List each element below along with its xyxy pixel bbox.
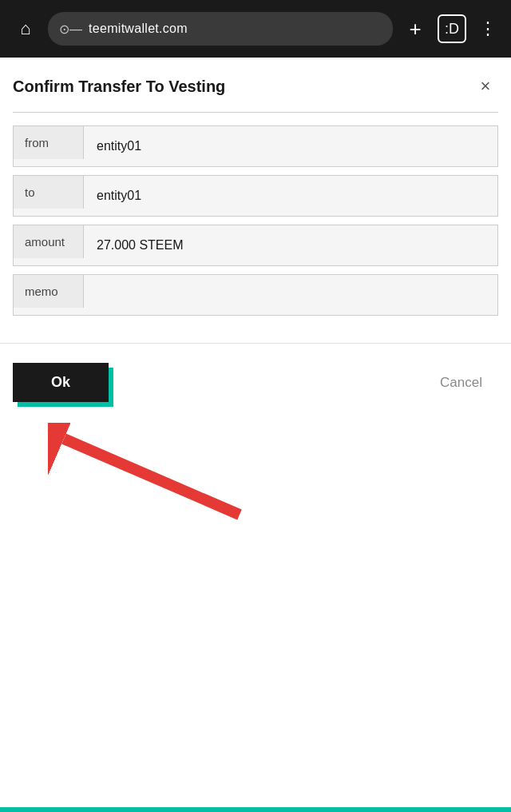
dialog-header: Confirm Transfer To Vesting ×	[13, 74, 498, 99]
menu-icon[interactable]: ⋮	[476, 18, 498, 39]
svg-line-1	[64, 439, 240, 515]
memo-row: memo	[13, 274, 498, 316]
red-arrow-icon	[48, 423, 256, 527]
close-button[interactable]: ×	[473, 74, 498, 99]
memo-label: memo	[14, 275, 84, 308]
memo-value	[84, 285, 497, 304]
amount-value: 27.000 STEEM	[84, 229, 497, 262]
bottom-bar	[0, 807, 511, 812]
from-row: from entity01	[13, 125, 498, 167]
dialog-title: Confirm Transfer To Vesting	[13, 78, 225, 96]
cancel-button[interactable]: Cancel	[424, 364, 498, 402]
from-value: entity01	[84, 129, 497, 163]
amount-row: amount 27.000 STEEM	[13, 225, 498, 266]
tab-switcher-icon[interactable]: :D	[438, 14, 466, 43]
tab-label: :D	[445, 21, 459, 38]
address-bar[interactable]: ⊙— teemitwallet.com	[48, 12, 393, 46]
address-text: teemitwallet.com	[89, 22, 188, 36]
button-row: Ok Cancel	[0, 344, 511, 415]
ok-button-wrapper: Ok	[13, 363, 109, 402]
browser-toolbar: ⌂ ⊙— teemitwallet.com + :D ⋮	[0, 0, 511, 58]
to-label: to	[14, 176, 84, 209]
annotation-arrow-container	[0, 415, 511, 527]
to-value: entity01	[84, 179, 497, 213]
home-icon[interactable]: ⌂	[13, 18, 38, 39]
dialog-divider	[13, 112, 498, 113]
page-content: Confirm Transfer To Vesting × from entit…	[0, 58, 511, 812]
from-label: from	[14, 126, 84, 159]
address-icon: ⊙—	[59, 22, 82, 37]
confirm-transfer-dialog: Confirm Transfer To Vesting × from entit…	[0, 58, 511, 344]
ok-button[interactable]: Ok	[13, 363, 109, 402]
new-tab-icon[interactable]: +	[402, 17, 428, 42]
to-row: to entity01	[13, 175, 498, 217]
amount-label: amount	[14, 225, 84, 258]
